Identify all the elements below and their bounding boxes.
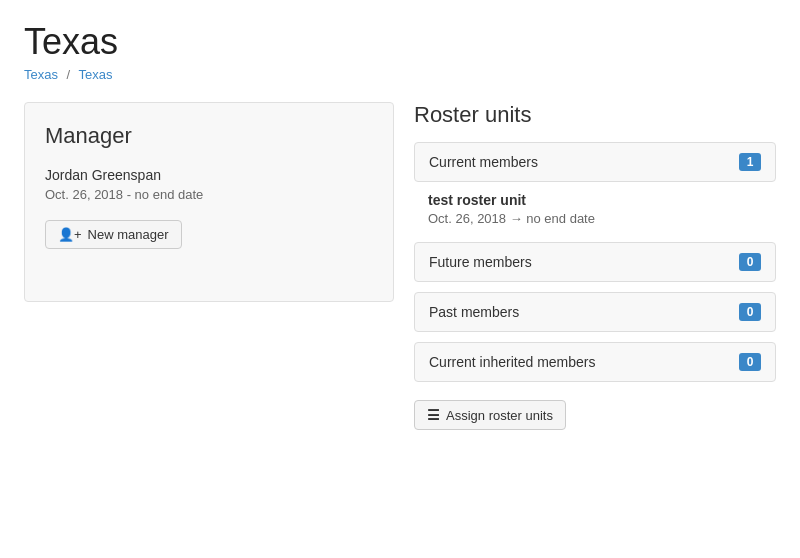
future-members-badge: 0 (739, 253, 761, 271)
manager-dates: Oct. 26, 2018 - no end date (45, 187, 373, 202)
assign-roster-units-button[interactable]: ☰ Assign roster units (414, 400, 566, 430)
roster-card: Roster units Current members 1 test rost… (414, 102, 776, 430)
breadcrumb: Texas / Texas (24, 67, 776, 82)
future-members-label: Future members (429, 254, 532, 270)
assign-roster-units-label: Assign roster units (446, 408, 553, 423)
current-members-badge: 1 (739, 153, 761, 171)
roster-section-future-members: Future members 0 (414, 242, 776, 282)
current-members-header[interactable]: Current members 1 (414, 142, 776, 182)
roster-section-past-members: Past members 0 (414, 292, 776, 332)
person-add-icon: 👤+ (58, 227, 82, 242)
inherited-members-badge: 0 (739, 353, 761, 371)
roster-member-dates: Oct. 26, 2018 → no end date (428, 211, 762, 226)
manager-card: Manager Jordan Greenspan Oct. 26, 2018 -… (24, 102, 394, 302)
breadcrumb-separator: / (67, 67, 71, 82)
current-members-label: Current members (429, 154, 538, 170)
inherited-members-header[interactable]: Current inherited members 0 (414, 342, 776, 382)
breadcrumb-link-2[interactable]: Texas (79, 67, 113, 82)
new-manager-label: New manager (88, 227, 169, 242)
past-members-label: Past members (429, 304, 519, 320)
manager-card-title: Manager (45, 123, 373, 149)
roster-member-name: test roster unit (428, 192, 762, 208)
future-members-header[interactable]: Future members 0 (414, 242, 776, 282)
roster-member-item: test roster unit Oct. 26, 2018 → no end … (414, 182, 776, 232)
roster-section-inherited-members: Current inherited members 0 (414, 342, 776, 382)
past-members-badge: 0 (739, 303, 761, 321)
inherited-members-label: Current inherited members (429, 354, 596, 370)
list-icon: ☰ (427, 407, 440, 423)
roster-section-current-members: Current members 1 test roster unit Oct. … (414, 142, 776, 232)
main-content: Manager Jordan Greenspan Oct. 26, 2018 -… (24, 102, 776, 430)
new-manager-button[interactable]: 👤+ New manager (45, 220, 182, 249)
roster-card-title: Roster units (414, 102, 776, 128)
past-members-header[interactable]: Past members 0 (414, 292, 776, 332)
manager-name: Jordan Greenspan (45, 167, 373, 183)
page-title: Texas (24, 20, 776, 63)
breadcrumb-link-1[interactable]: Texas (24, 67, 58, 82)
